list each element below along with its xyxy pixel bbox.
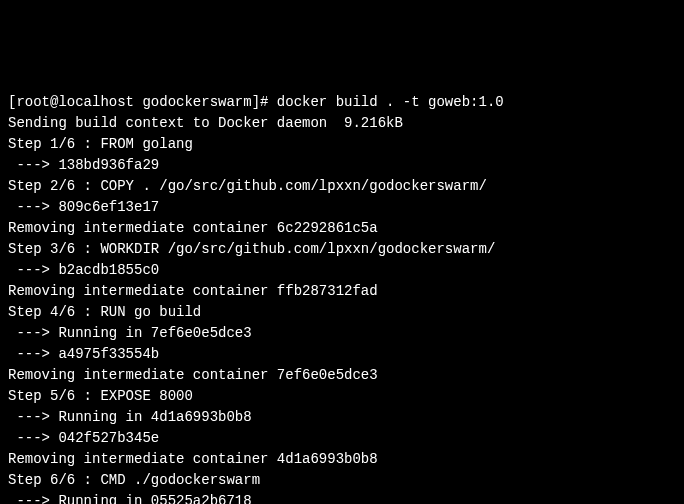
terminal-line: ---> a4975f33554b: [8, 344, 676, 365]
terminal-output[interactable]: [root@localhost godockerswarm]# docker b…: [8, 92, 676, 504]
terminal-line: Step 3/6 : WORKDIR /go/src/github.com/lp…: [8, 239, 676, 260]
terminal-line: Sending build context to Docker daemon 9…: [8, 113, 676, 134]
terminal-line: ---> 809c6ef13e17: [8, 197, 676, 218]
terminal-line: ---> Running in 05525a2b6718: [8, 491, 676, 504]
terminal-line: ---> 042f527b345e: [8, 428, 676, 449]
terminal-line: Step 4/6 : RUN go build: [8, 302, 676, 323]
terminal-line: ---> 138bd936fa29: [8, 155, 676, 176]
terminal-line: ---> b2acdb1855c0: [8, 260, 676, 281]
terminal-line: ---> Running in 4d1a6993b0b8: [8, 407, 676, 428]
terminal-line: Step 2/6 : COPY . /go/src/github.com/lpx…: [8, 176, 676, 197]
terminal-line: Step 6/6 : CMD ./godockerswarm: [8, 470, 676, 491]
terminal-line: Removing intermediate container 7ef6e0e5…: [8, 365, 676, 386]
terminal-line: Removing intermediate container 6c229286…: [8, 218, 676, 239]
terminal-line: [root@localhost godockerswarm]# docker b…: [8, 92, 676, 113]
terminal-line: Removing intermediate container 4d1a6993…: [8, 449, 676, 470]
terminal-line: Step 5/6 : EXPOSE 8000: [8, 386, 676, 407]
terminal-line: ---> Running in 7ef6e0e5dce3: [8, 323, 676, 344]
terminal-line: Step 1/6 : FROM golang: [8, 134, 676, 155]
terminal-line: Removing intermediate container ffb28731…: [8, 281, 676, 302]
